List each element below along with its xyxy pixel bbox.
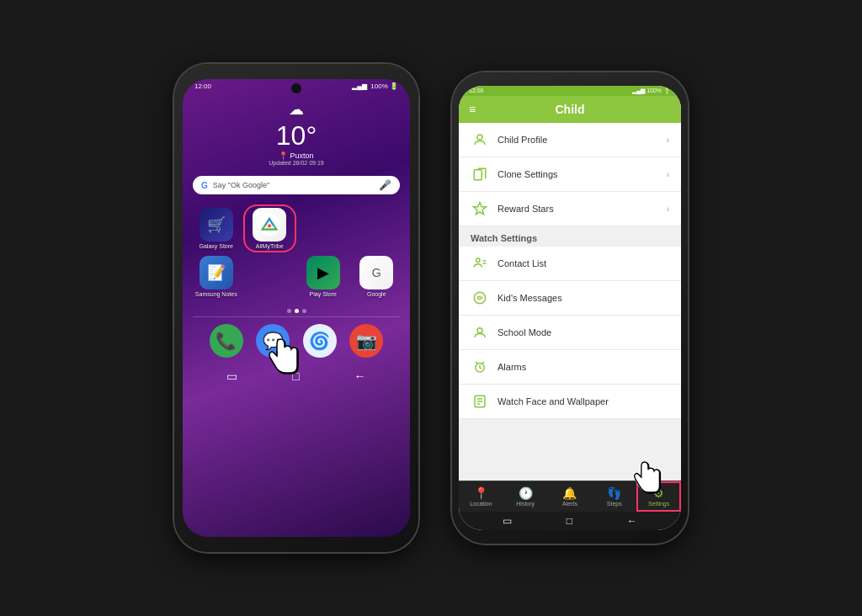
menu-item-reward-stars[interactable]: Reward Stars › — [459, 192, 681, 226]
svg-point-1 — [268, 224, 271, 227]
contact-list-icon — [471, 254, 489, 273]
school-mode-label: School Mode — [498, 327, 669, 337]
nav-alerts[interactable]: 🔔 Alerts — [548, 481, 593, 512]
nav-back-icon[interactable]: ← — [354, 369, 366, 383]
svg-point-8 — [474, 292, 486, 304]
menu-item-watch-face[interactable]: Watch Face and Wallpaper — [459, 385, 681, 419]
phone2-nav-bar: ▭ □ ← — [459, 512, 681, 530]
history-icon: 🕐 — [519, 486, 533, 500]
phone-1: 12:00 ▂▄▆ 100% 🔋 ☁ 10° 📍 Puxton Updated … — [174, 64, 418, 552]
steps-icon: 👣 — [607, 486, 621, 500]
kids-messages-label: Kid's Messages — [498, 293, 669, 303]
nav-history[interactable]: 🕐 History — [503, 481, 548, 512]
phone1-battery: ▂▄▆ 100% 🔋 — [352, 82, 398, 90]
samsung-notes-label: Samsung Notes — [195, 291, 237, 297]
child-profile-arrow: › — [667, 135, 669, 145]
cloud-icon: ☁ — [183, 100, 410, 119]
svg-marker-4 — [474, 203, 487, 215]
svg-point-9 — [477, 328, 482, 333]
app-play-store[interactable]: ▶ Play Store — [300, 256, 347, 297]
phone-2: 12:00 ▂▄▆ 100% 🔋 ≡ Child Child Profile › — [452, 72, 688, 544]
menu-item-contact-list[interactable]: Contact List — [459, 247, 681, 281]
play-store-icon: ▶ — [306, 256, 340, 289]
watch-settings-header: Watch Settings — [459, 226, 681, 247]
nav-history-label: History — [516, 501, 535, 507]
menu-item-alarms[interactable]: Alarms — [459, 350, 681, 385]
temperature: 10° — [183, 120, 410, 151]
menu-item-kids-messages[interactable]: Kid's Messages — [459, 281, 681, 316]
location-icon: 📍 — [474, 486, 488, 500]
nav-steps-label: Steps — [607, 501, 622, 507]
nav-steps[interactable]: 👣 Steps — [592, 481, 636, 512]
phone2-status-bar: 12:00 ▂▄▆ 100% 🔋 — [459, 86, 681, 96]
updated-text: Updated 28/02 09:19 — [183, 160, 410, 166]
galaxy-store-icon: 🛒 — [200, 208, 233, 242]
amt-svg — [258, 213, 281, 236]
app-allmytribe[interactable]: AllMyTribe — [247, 208, 294, 249]
kids-messages-icon — [471, 289, 489, 307]
phone1-notch — [291, 83, 301, 93]
phone1-screen: 12:00 ▂▄▆ 100% 🔋 ☁ 10° 📍 Puxton Updated … — [183, 79, 410, 537]
dock-browser[interactable]: 🌀 — [303, 324, 337, 358]
app-header: ≡ Child — [459, 96, 681, 123]
dot-1 — [287, 309, 291, 313]
google-logo: G — [201, 181, 208, 190]
allmytribe-label: AllMyTribe — [256, 243, 284, 249]
nav2-recents[interactable]: ▭ — [503, 515, 512, 527]
phone1-time: 12:00 — [194, 82, 211, 90]
app-grid: 🛒 Galaxy Store AllMyTribe — [183, 199, 410, 305]
samsung-notes-icon: 📝 — [200, 256, 233, 289]
clone-settings-arrow: › — [667, 170, 669, 179]
alarms-label: Alarms — [498, 362, 669, 372]
app-galaxy-store[interactable]: 🛒 Galaxy Store — [193, 208, 240, 249]
dock-phone[interactable]: 📞 — [210, 324, 243, 358]
pin-icon: 📍 — [279, 151, 288, 160]
reward-stars-label: Reward Stars — [498, 204, 658, 214]
nav-location-label: Location — [470, 501, 492, 507]
signal-icon: ▂▄▆ — [352, 82, 367, 90]
allmytribe-icon — [253, 208, 286, 242]
cursor-hand-2 — [632, 460, 662, 500]
clone-settings-icon — [471, 165, 489, 183]
app-google[interactable]: G Google — [354, 256, 401, 297]
svg-point-5 — [476, 258, 481, 263]
dot-2 — [295, 309, 299, 313]
phone2-time: 12:00 — [469, 88, 484, 94]
child-profile-label: Child Profile — [498, 135, 658, 145]
nav2-back[interactable]: ← — [627, 515, 637, 527]
svg-line-11 — [476, 362, 478, 364]
svg-line-12 — [482, 362, 484, 364]
dock-camera[interactable]: 📷 — [349, 324, 383, 358]
app-empty-1 — [300, 208, 347, 249]
hamburger-icon[interactable]: ≡ — [469, 103, 476, 116]
app-samsung-notes[interactable]: 📝 Samsung Notes — [193, 256, 240, 297]
reward-stars-icon — [471, 199, 489, 218]
menu-list: Child Profile › Clone Settings › — [459, 123, 681, 481]
phone2-battery: ▂▄▆ 100% 🔋 — [632, 88, 671, 94]
reward-stars-arrow: › — [667, 204, 669, 214]
cursor-hand — [267, 337, 301, 381]
google-app-icon: G — [359, 256, 393, 289]
page-dots — [183, 309, 410, 313]
play-store-label: Play Store — [310, 291, 337, 297]
alerts-icon: 🔔 — [562, 486, 577, 500]
nav-location[interactable]: 📍 Location — [459, 481, 503, 512]
nav-settings-label: Settings — [648, 501, 669, 507]
menu-item-clone-settings[interactable]: Clone Settings › — [459, 157, 681, 192]
watch-face-icon — [471, 392, 489, 411]
menu-item-school-mode[interactable]: School Mode — [459, 316, 681, 350]
menu-item-child-profile[interactable]: Child Profile › — [459, 123, 681, 157]
child-profile-icon — [471, 130, 489, 149]
svg-rect-3 — [474, 170, 482, 180]
google-search-bar[interactable]: G Say "Ok Google" 🎤 — [193, 176, 400, 194]
nav-alerts-label: Alerts — [562, 501, 577, 507]
mic-icon: 🎤 — [379, 179, 391, 191]
nav-recents-icon[interactable]: ▭ — [226, 369, 237, 383]
nav2-home[interactable]: □ — [567, 515, 572, 527]
watch-face-label: Watch Face and Wallpaper — [498, 396, 669, 406]
app-title: Child — [556, 103, 585, 116]
location: 📍 Puxton — [183, 151, 410, 160]
dot-3 — [302, 309, 306, 313]
search-placeholder: Say "Ok Google" — [213, 181, 269, 189]
app-empty-3 — [247, 256, 294, 297]
